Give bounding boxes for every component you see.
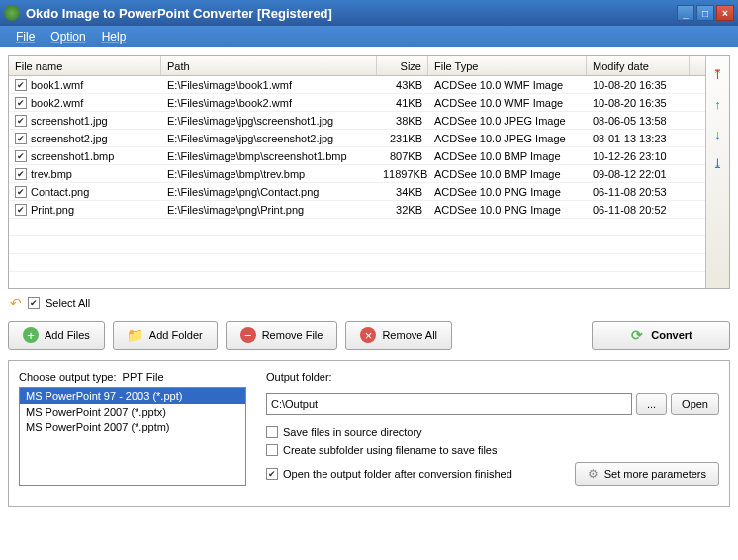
output-folder-input[interactable] (266, 393, 632, 415)
row-checkbox[interactable] (15, 204, 27, 216)
cell-name: trev.bmp (31, 168, 72, 180)
table-row[interactable]: screenshot1.bmpE:\Files\image\bmp\screen… (9, 147, 705, 165)
table-row[interactable]: Print.pngE:\Files\image\png\Print.png32K… (9, 201, 705, 219)
col-header-path[interactable]: Path (161, 56, 377, 75)
maximize-button[interactable]: □ (696, 5, 714, 21)
col-header-name[interactable]: File name (9, 56, 161, 75)
app-icon (4, 5, 20, 21)
menu-help[interactable]: Help (94, 30, 135, 44)
open-folder-button[interactable]: Open (671, 393, 719, 415)
open-after-checkbox[interactable] (266, 468, 278, 480)
convert-button[interactable]: ⟳ Convert (592, 321, 730, 350)
cell-name: Print.png (31, 204, 74, 216)
select-all-checkbox[interactable] (28, 297, 40, 309)
col-header-date[interactable]: Modify date (587, 56, 690, 75)
remove-file-label: Remove File (262, 329, 323, 341)
add-files-label: Add Files (45, 329, 90, 341)
menu-file[interactable]: File (8, 30, 43, 44)
select-all-label: Select All (46, 297, 90, 309)
row-checkbox[interactable] (15, 97, 27, 109)
cell-size: 43KB (377, 78, 428, 92)
cell-size: 11897KB (377, 167, 428, 181)
output-type-label: Choose output type: PPT File (19, 371, 246, 383)
close-button[interactable]: × (716, 5, 734, 21)
table-body: book1.wmfE:\Files\image\book1.wmf43KBACD… (9, 76, 705, 288)
move-up-button[interactable]: ↑ (710, 96, 726, 112)
row-checkbox[interactable] (15, 168, 27, 180)
cell-size: 231KB (377, 132, 428, 145)
row-checkbox[interactable] (15, 79, 27, 91)
file-list-panel: File name Path Size File Type Modify dat… (8, 55, 730, 289)
cell-path: E:\Files\image\jpg\screenshot1.jpg (161, 114, 377, 128)
move-down-button[interactable]: ↓ (710, 126, 726, 141)
plus-icon: + (23, 327, 39, 343)
minimize-button[interactable]: _ (677, 5, 694, 21)
add-folder-button[interactable]: 📁 Add Folder (113, 321, 218, 350)
output-type-listbox[interactable]: MS PowerPoint 97 - 2003 (*.ppt)MS PowerP… (19, 387, 246, 486)
cell-type: ACDSee 10.0 PNG Image (428, 185, 587, 199)
move-bottom-button[interactable]: ⤓ (710, 155, 726, 171)
cell-type: ACDSee 10.0 WMF Image (428, 78, 587, 92)
browse-button[interactable]: ... (636, 393, 667, 415)
save-source-checkbox[interactable] (266, 426, 278, 438)
cell-type: ACDSee 10.0 BMP Image (428, 167, 587, 181)
cell-type: ACDSee 10.0 JPEG Image (428, 132, 587, 145)
more-params-label: Set more parameters (604, 468, 706, 480)
cell-date: 08-01-13 13:23 (587, 132, 690, 145)
row-checkbox[interactable] (15, 186, 27, 198)
subfolder-checkbox[interactable] (266, 444, 278, 456)
open-after-label: Open the output folder after conversion … (283, 468, 512, 480)
table-row[interactable]: screenshot1.jpgE:\Files\image\jpg\screen… (9, 112, 705, 130)
cell-date: 10-12-26 23:10 (587, 149, 690, 163)
titlebar: Okdo Image to PowerPoint Converter [Regi… (0, 0, 738, 26)
cell-date: 09-08-12 22:01 (587, 167, 690, 181)
cell-path: E:\Files\image\png\Contact.png (161, 185, 377, 199)
cell-path: E:\Files\image\book1.wmf (161, 78, 377, 92)
table-row[interactable]: book2.wmfE:\Files\image\book2.wmf41KBACD… (9, 94, 705, 112)
cell-date: 06-11-08 20:52 (587, 203, 690, 217)
table-row-empty (9, 219, 705, 236)
cell-size: 32KB (377, 203, 428, 217)
output-type-item[interactable]: MS PowerPoint 2007 (*.pptm) (20, 420, 245, 435)
table-row[interactable]: Contact.pngE:\Files\image\png\Contact.pn… (9, 183, 705, 201)
remove-all-button[interactable]: × Remove All (345, 321, 452, 350)
table-row-empty (9, 236, 705, 254)
minus-icon: − (240, 327, 256, 343)
row-checkbox[interactable] (15, 133, 27, 144)
cell-date: 10-08-20 16:35 (587, 78, 690, 92)
cell-name: book1.wmf (31, 79, 83, 91)
window-title: Okdo Image to PowerPoint Converter [Regi… (26, 6, 677, 21)
cell-name: screenshot1.bmp (31, 150, 114, 162)
add-folder-label: Add Folder (149, 329, 203, 341)
cell-date: 06-11-08 20:53 (587, 185, 690, 199)
table-row[interactable]: trev.bmpE:\Files\image\bmp\trev.bmp11897… (9, 165, 705, 183)
x-icon: × (360, 327, 376, 343)
reorder-toolbar: ⤒ ↑ ↓ ⤓ (705, 56, 729, 288)
convert-label: Convert (651, 329, 692, 341)
cell-date: 08-06-05 13:58 (587, 114, 690, 128)
table-row[interactable]: screenshot2.jpgE:\Files\image\jpg\screen… (9, 130, 705, 147)
remove-file-button[interactable]: − Remove File (226, 321, 338, 350)
cell-name: screenshot2.jpg (31, 133, 108, 144)
convert-icon: ⟳ (629, 327, 645, 343)
output-type-item[interactable]: MS PowerPoint 97 - 2003 (*.ppt) (20, 388, 245, 404)
row-checkbox[interactable] (15, 150, 27, 162)
table-row-empty (9, 254, 705, 272)
table-row[interactable]: book1.wmfE:\Files\image\book1.wmf43KBACD… (9, 76, 705, 94)
output-type-item[interactable]: MS PowerPoint 2007 (*.pptx) (20, 404, 245, 420)
subfolder-label: Create subfolder using filename to save … (283, 444, 497, 456)
set-more-parameters-button[interactable]: ⚙ Set more parameters (575, 462, 719, 486)
row-checkbox[interactable] (15, 115, 27, 127)
add-files-button[interactable]: + Add Files (8, 321, 105, 350)
folder-icon: 📁 (128, 327, 143, 343)
cell-name: Contact.png (31, 186, 89, 198)
cell-type: ACDSee 10.0 JPEG Image (428, 114, 587, 128)
move-top-button[interactable]: ⤒ (710, 66, 726, 82)
menu-option[interactable]: Option (43, 30, 93, 44)
cell-size: 38KB (377, 114, 428, 128)
cell-path: E:\Files\image\jpg\screenshot2.jpg (161, 132, 377, 145)
menubar: File Option Help (0, 26, 738, 47)
col-header-type[interactable]: File Type (428, 56, 587, 75)
col-header-size[interactable]: Size (377, 56, 428, 75)
cell-size: 807KB (377, 149, 428, 163)
